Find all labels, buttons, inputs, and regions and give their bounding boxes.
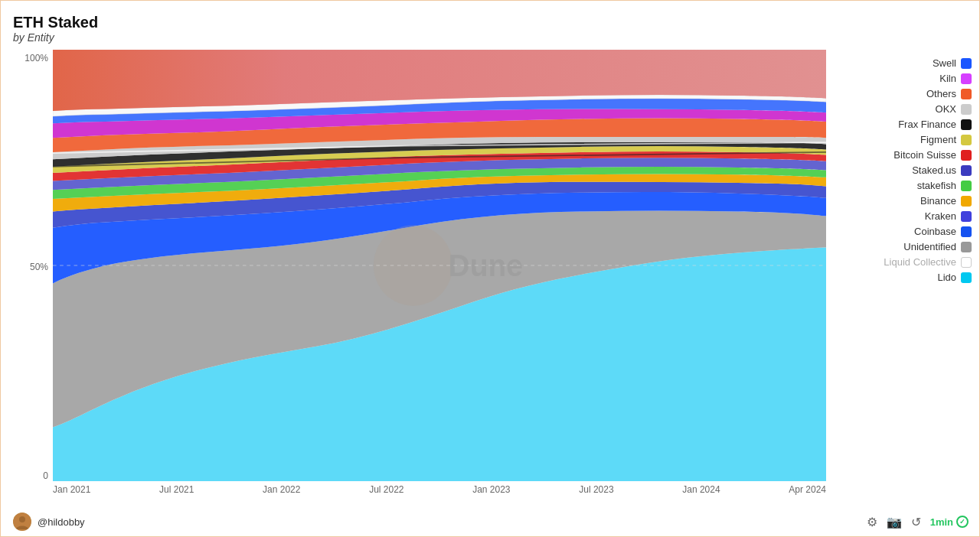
legend-color-dot [961, 150, 972, 161]
chart-area: Dune [53, 50, 826, 481]
refresh-icon[interactable]: ↺ [911, 515, 921, 529]
x-label-2: Jan 2022 [263, 484, 300, 509]
legend-color-dot [961, 181, 972, 191]
legend-item: Binance [834, 195, 972, 207]
legend-label: Lido [937, 272, 956, 283]
legend-label: Binance [920, 195, 956, 207]
x-label-4: Jan 2023 [472, 484, 510, 509]
legend-label: Figment [920, 134, 956, 145]
legend-item: Others [834, 88, 972, 99]
legend-color-dot [961, 272, 972, 283]
timer-badge: 1min ✓ [930, 516, 969, 528]
legend-item: Frax Finance [834, 119, 972, 130]
legend-color-dot [961, 242, 972, 252]
x-axis: Jan 2021 Jul 2021 Jan 2022 Jul 2022 Jan … [53, 481, 826, 509]
timer-label: 1min [930, 516, 953, 528]
legend-item: Lido [834, 272, 972, 283]
y-label-50: 50% [13, 262, 53, 272]
legend-item: Kiln [834, 73, 972, 84]
x-label-0: Jan 2021 [53, 484, 90, 509]
footer: @hildobby ⚙ 📷 ↺ 1min ✓ [13, 509, 972, 532]
legend-label: Bitcoin Suisse [893, 149, 956, 161]
legend-item: stakefish [834, 180, 972, 191]
legend-item: Unidentified [834, 241, 972, 252]
legend-color-dot [961, 104, 972, 115]
x-label-7: Apr 2024 [789, 484, 826, 509]
legend-item: Liquid Collective [834, 256, 972, 268]
x-label-1: Jul 2021 [159, 484, 194, 509]
settings-icon[interactable]: ⚙ [867, 515, 877, 529]
avatar [13, 513, 31, 531]
legend: SwellKilnOthersOKXFrax FinanceFigmentBit… [826, 50, 972, 509]
footer-username: @hildobby [38, 516, 85, 528]
legend-item: Bitcoin Suisse [834, 149, 972, 161]
chart-title: ETH Staked [13, 13, 972, 31]
camera-icon[interactable]: 📷 [887, 515, 902, 529]
legend-label: OKX [936, 103, 956, 115]
legend-label: Kraken [925, 210, 956, 222]
legend-label: Unidentified [903, 241, 956, 252]
legend-label: Staked.us [912, 164, 956, 176]
legend-color-dot [961, 135, 972, 145]
legend-label: Others [926, 88, 956, 99]
legend-color-dot [961, 165, 972, 176]
legend-item: Figment [834, 134, 972, 145]
legend-color-dot [961, 226, 972, 237]
legend-color-dot [961, 89, 972, 99]
legend-label: Liquid Collective [884, 256, 956, 268]
legend-color-dot [961, 58, 972, 69]
x-label-6: Jan 2024 [682, 484, 720, 509]
timer-check-icon: ✓ [956, 516, 969, 528]
y-axis: 100% 50% 0 [13, 50, 53, 509]
legend-label: Swell [933, 57, 956, 69]
legend-color-dot [961, 73, 972, 84]
legend-color-dot [961, 211, 972, 222]
legend-item: Swell [834, 57, 972, 69]
legend-label: Frax Finance [898, 119, 956, 130]
legend-label: Coinbase [914, 226, 956, 237]
x-label-5: Jul 2023 [579, 484, 613, 509]
legend-item: Kraken [834, 210, 972, 222]
legend-item: Staked.us [834, 164, 972, 176]
legend-item: OKX [834, 103, 972, 115]
x-label-3: Jul 2022 [369, 484, 403, 509]
y-label-0: 0 [13, 470, 53, 481]
y-label-100: 100% [13, 53, 53, 63]
legend-color-dot [961, 257, 972, 268]
legend-color-dot [961, 196, 972, 207]
legend-label: Kiln [939, 73, 956, 84]
legend-label: stakefish [917, 180, 956, 191]
legend-color-dot [961, 119, 972, 130]
chart-subtitle: by Entity [13, 31, 972, 44]
legend-item: Coinbase [834, 226, 972, 237]
svg-point-5 [19, 516, 25, 522]
